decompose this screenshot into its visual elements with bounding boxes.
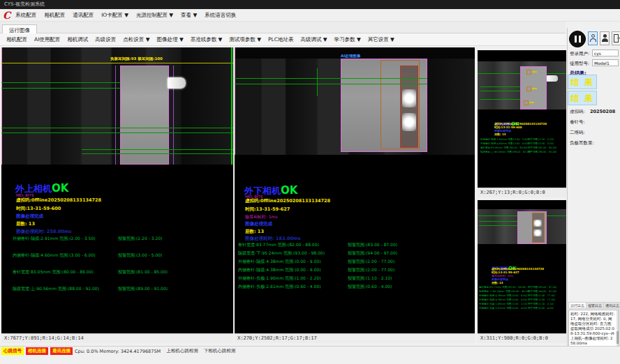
measurement-text: 卷针宽度:83.05mm 范围:(80.00 - 86.00) <box>13 269 94 275</box>
tool-advanced-settings[interactable]: 高级设置 <box>95 36 116 43</box>
layer-count: 层数: 13 <box>494 132 506 136</box>
user-login-button[interactable] <box>588 31 598 45</box>
thumb-bottom-image[interactable] <box>478 209 566 244</box>
process-status: 图像处理完成 <box>245 221 272 227</box>
user-filled-icon <box>603 34 607 38</box>
tool-camera-debug[interactable]: 相机调试 <box>67 36 88 43</box>
log-text: 耗时: 222, 网络检图耗时: 17, 网络分类耗时: 0, 网络提取分区耗时… <box>569 310 619 347</box>
measurement-text: 外侧卷针-隔膜:4.38mm 范围:(0.00 - 9.00) <box>479 294 527 297</box>
thumb-top-image[interactable] <box>478 61 566 109</box>
log-tab-alarm[interactable]: 报警日志 <box>586 302 604 309</box>
menu-item-system-config[interactable]: 系统配置 <box>15 12 36 19</box>
model-value[interactable]: Model1 <box>592 59 619 66</box>
login-user-value[interactable]: cys <box>592 50 619 56</box>
status-bar: 心跳信号 相机连接 通讯连接 Cpu: 0.0% Memory: 3424.41… <box>0 346 620 356</box>
detail-marker-box <box>526 86 531 91</box>
tab-highlight <box>402 113 416 131</box>
process-status: 图像处理完成 <box>16 213 43 220</box>
tool-advanced-debug[interactable]: 高级调试 ▼ <box>300 36 327 43</box>
alarm-range: 报警范围:(0.60 - 4.00) <box>348 284 392 290</box>
process-time: 图像处理耗时: 258.00ms <box>16 229 72 235</box>
pixel-coords-readout: X:267;Y:13;R:0;G:0;B:0 <box>478 188 566 197</box>
measurement-text: 内侧卷针-隔膜:4.38mm 范围:(0.00 - 9.00) <box>238 267 321 273</box>
capture-time: 时间:13-31-59-627 <box>245 206 290 213</box>
ai-time: 极耳AI耗时: 1ms <box>245 214 278 220</box>
pause-icon <box>579 36 581 43</box>
edge-line <box>1 47 2 165</box>
alarm-range: 报警范围:(3.00 - 5.00) <box>528 142 554 145</box>
log-scrollbar-thumb[interactable] <box>617 331 619 344</box>
measure-line <box>235 84 427 84</box>
tool-learn-params[interactable]: 学习参数 ▼ <box>334 36 361 43</box>
menu-item-camera-config[interactable]: 相机配置 <box>44 12 65 19</box>
measurement-text: 隔膜宽度-上:90.56mm 范围:(88.00 - 92.00) <box>480 151 531 153</box>
alarm-range: 报警范围:(81.00 - 85.00) <box>528 146 556 149</box>
measurement-text: 隔膜宽度-上:90.56mm 范围:(88.00 - 92.00) <box>13 286 99 292</box>
tool-test-params[interactable]: 测试项参数 ▼ <box>229 36 261 43</box>
pixel-coords-readout: X:311;Y:980;R:0;G:0;B:0 <box>478 333 566 343</box>
exit-button[interactable]: → <box>612 31 620 45</box>
thumb-top-panel: 外上相机OK 虚拟码:0ffline20250208133134728 时间:1… <box>478 50 566 197</box>
model-label: 使用型号: <box>570 61 589 67</box>
tab-connector <box>168 77 186 89</box>
alarm-range: 报警范围:(94.00 - 97.00) <box>348 250 397 257</box>
measure-line <box>82 149 233 150</box>
lower-camera-image[interactable]: AI处理图像 <box>235 47 475 155</box>
log-tab-comm[interactable]: 通讯日志 <box>603 302 620 309</box>
menu-item-comm-config[interactable]: 通讯配置 <box>73 12 94 19</box>
menu-item-view[interactable]: 查看 ▼ <box>181 12 197 19</box>
detail-marker-label <box>532 88 537 89</box>
menu-item-io-config[interactable]: IO卡配置 ▼ <box>101 12 128 19</box>
measure-line <box>480 86 520 87</box>
exit-arrow-icon: → <box>617 36 620 41</box>
tool-camera-config[interactable]: 相机配置 <box>6 36 27 43</box>
measurement-text: 卷针宽度:83.05mm 范围:(80.00 - 86.00) <box>480 146 528 149</box>
detail-marker-box <box>526 70 531 75</box>
log-body: 耗时: 222, 网络检图耗时: 17, 网络分类耗时: 0, 网络提取分区耗时… <box>568 310 619 350</box>
result-ok-badge: OK <box>281 184 297 197</box>
measurement-text: 内侧卷针-负极:2.61mm 范围:(0.60 - 4.00) <box>238 284 321 290</box>
capture-time: 时间:13-31-59-600 <box>16 206 61 212</box>
comm-link-status-badge: 通讯连接 <box>50 347 73 355</box>
process-time: 图像处理耗时: 183.00ms <box>245 236 301 242</box>
tool-baseline-params[interactable]: 基准线参数 ▼ <box>191 36 223 43</box>
cpu-memory-readout: Cpu: 0.0% Memory: 3424.41796875M <box>75 349 161 354</box>
lower-camera-heartbeat-check: 下相机心跳检测 <box>204 348 236 354</box>
edge-measure-line <box>231 47 232 165</box>
alarm-range: 报警范围:(1.10 - 2.10) <box>348 275 392 282</box>
result-ok-badge: OK <box>52 182 68 195</box>
log-tabs: 运行日志报警日志通讯日志 <box>568 296 619 310</box>
upper-camera-image[interactable]: 负极耳间隙:93 极耳间隔:100 <box>1 47 233 165</box>
ai-roi-box <box>532 213 545 243</box>
log-scrollbar[interactable] <box>617 310 619 349</box>
log-tab-run[interactable]: 运行日志 <box>568 302 586 309</box>
thumb-bottom-panel: 外下相机OK 虚拟码:0ffline20250208133134728 时间:1… <box>478 200 566 343</box>
tab-baseline <box>1 63 233 63</box>
tool-plc-address[interactable]: PLC地址表 <box>268 36 293 43</box>
alarm-range: 报警范围:(2.20 - 3.20) <box>528 138 554 141</box>
detail-marker-label <box>532 71 537 73</box>
tool-spot-check[interactable]: 点检设置 ▼ <box>123 36 149 43</box>
tab-highlight <box>533 229 542 236</box>
tool-image-processing[interactable]: 图像处理 ▼ <box>157 36 184 43</box>
pause-button[interactable] <box>569 31 586 47</box>
measurement-text: 内侧卷针-隔膜:4.38mm 范围:(0.00 - 9.00) <box>479 298 527 301</box>
virtual-code: 虚拟码:0ffline20250208133134728 <box>245 198 330 204</box>
measure-line <box>1 128 233 128</box>
measure-line <box>235 78 427 79</box>
login-user-label: 登录用户: <box>570 51 589 57</box>
title-bar: CYS-视觉检测系统 <box>0 0 620 9</box>
user-switch-button[interactable] <box>600 31 610 45</box>
qrcode-label: 二维码: <box>570 130 585 136</box>
virtual-code: 虚拟码:0ffline20250208133134728 <box>16 197 101 204</box>
pixel-coords-readout: X:7677;Y:891;R:14;G:14;B:14 <box>1 333 233 343</box>
tool-other-settings[interactable]: 其它设置 ▼ <box>368 36 394 43</box>
result-display-upper: 结 果 <box>568 75 597 89</box>
tool-ai-config[interactable]: AI使用配置 <box>34 36 60 43</box>
menu-item-language[interactable]: 系统语言切换 <box>205 12 236 19</box>
alarm-range: 报警范围:(81.00 - 85.00) <box>118 269 168 275</box>
measurement-text: 隔膜宽度-下:95.24mm 范围:(93.00 - 98.00) <box>479 290 529 293</box>
pause-icon <box>575 36 577 43</box>
tab-connector <box>547 75 558 82</box>
menu-item-light-config[interactable]: 光源控制配置 ▼ <box>136 12 173 19</box>
